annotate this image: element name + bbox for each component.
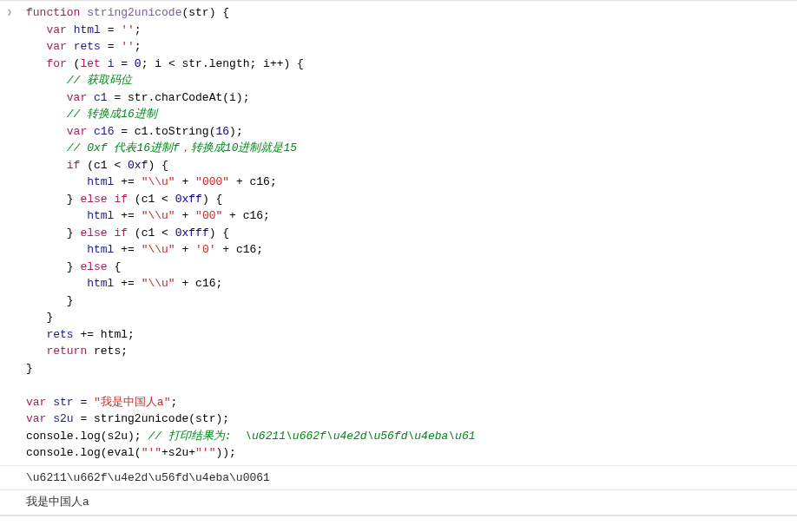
code-line: } else if (c1 < 0xff) { (26, 191, 797, 208)
code-line: // 0xf 代表16进制f，转换成10进制就是15 (26, 140, 797, 157)
console-output-block: \u6211\u662f\u4e2d\u56fd\u4eba\u0061 (0, 466, 797, 491)
code-line: } (26, 309, 797, 326)
code-line: console.log(eval("'"+s2u+"'")); (26, 444, 797, 462)
console-output-line: \u6211\u662f\u4e2d\u56fd\u4eba\u0061 (26, 470, 797, 487)
console-input-block[interactable]: ❯ function string2unicode(str) { var htm… (0, 1, 797, 466)
code-line: html += "\\u" + "00" + c16; (26, 207, 797, 225)
code-line: console.log(s2u); // 打印结果为: \u6211\u662f… (26, 428, 797, 445)
expand-arrow-icon[interactable]: ❯ (7, 6, 12, 19)
code-line: var c16 = c1.toString(16); (26, 123, 797, 141)
console-output-line: 我是中国人a (26, 494, 797, 511)
code-line: rets += html; (26, 326, 797, 344)
code-line: return rets; (26, 343, 797, 360)
code-line: // 转换成16进制 (26, 106, 797, 123)
code-line: } else { (26, 259, 797, 276)
code-line: var str = "我是中国人a"; (26, 394, 797, 411)
code-line: for (let i = 0; i < str.length; i++) { (26, 56, 797, 73)
console-panel: ❯ function string2unicode(str) { var htm… (0, 0, 797, 516)
code-line: var rets = ''; (26, 38, 797, 56)
code-line: var s2u = string2unicode(str); (26, 410, 797, 428)
code-line: } else if (c1 < 0xfff) { (26, 225, 797, 242)
code-line: // 获取码位 (26, 72, 797, 89)
code-line: var html = ''; (26, 22, 797, 39)
code-line: } (26, 360, 797, 378)
code-line: var c1 = str.charCodeAt(i); (26, 89, 797, 107)
console-output-block: 我是中国人a (0, 490, 797, 516)
code-line: if (c1 < 0xf) { (26, 157, 797, 174)
code-line: html += "\\u" + c16; (26, 275, 797, 292)
code-line: function string2unicode(str) { (26, 4, 797, 22)
code-line: html += "\\u" + "000" + c16; (26, 174, 797, 191)
code-line (26, 377, 797, 394)
code-line: } (26, 292, 797, 310)
code-line: html += "\\u" + '0' + c16; (26, 241, 797, 259)
